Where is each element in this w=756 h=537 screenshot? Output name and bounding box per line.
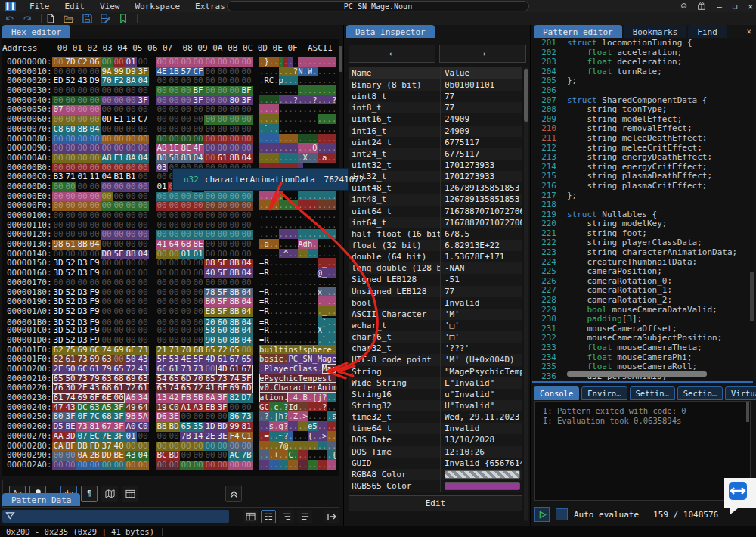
console-tab-virtua[interactable]: Virtua… bbox=[725, 386, 756, 400]
tab-pattern-data[interactable]: Pattern Data bbox=[2, 493, 80, 506]
hex-byte-cell[interactable]: 68 bbox=[180, 240, 192, 250]
hex-byte-cell[interactable]: 3F bbox=[216, 393, 228, 403]
hex-byte-cell[interactable]: 00 bbox=[76, 182, 88, 192]
hex-byte-cell[interactable]: 00 bbox=[137, 278, 149, 288]
panel-close-icon[interactable]: ✕ bbox=[746, 26, 751, 36]
hex-byte-cell[interactable]: 60 bbox=[64, 125, 76, 135]
hex-byte-cell[interactable]: 50 bbox=[64, 365, 76, 374]
inspector-back-button[interactable]: ← bbox=[349, 45, 435, 63]
hex-byte-cell[interactable]: 2B bbox=[88, 451, 101, 461]
hex-byte-cell[interactable]: 00 bbox=[192, 461, 204, 470]
hex-ascii-char[interactable]: _ bbox=[332, 374, 336, 383]
table-row[interactable]: uint16_t24909 bbox=[349, 113, 522, 125]
hex-byte-cell[interactable]: 00 bbox=[76, 86, 88, 96]
hex-byte-cell[interactable]: 00 bbox=[216, 57, 228, 67]
pattern-data-filter-input[interactable] bbox=[2, 510, 229, 523]
table-view-icon[interactable] bbox=[243, 510, 258, 523]
hex-byte-cell[interactable]: 00 bbox=[101, 336, 113, 346]
hex-byte-cell[interactable]: 65 bbox=[113, 365, 125, 374]
table-row[interactable]: RGB565 Color bbox=[349, 480, 522, 492]
hex-byte-cell[interactable]: 04 bbox=[88, 125, 101, 135]
hex-byte-cell[interactable]: 00 bbox=[204, 154, 216, 163]
hex-byte-cell[interactable]: 00 bbox=[168, 268, 180, 278]
evaluate-play-button[interactable] bbox=[534, 507, 550, 522]
hex-ascii-char[interactable]: . bbox=[332, 76, 336, 85]
hex-byte-cell[interactable]: 00 bbox=[125, 297, 137, 307]
hex-byte-cell[interactable]: 00 bbox=[192, 451, 204, 461]
hex-byte-cell[interactable]: 00 bbox=[101, 307, 113, 317]
hex-byte-cell[interactable]: 00 bbox=[168, 115, 180, 125]
table-row[interactable]: String16u"Invalid" bbox=[349, 389, 522, 400]
hex-byte-cell[interactable]: 00 bbox=[52, 182, 64, 192]
hex-byte-cell[interactable]: 00 bbox=[88, 211, 101, 221]
hex-byte-cell[interactable]: 00 bbox=[240, 115, 253, 125]
hex-byte-cell[interactable]: C0 bbox=[137, 422, 149, 432]
menu-extras[interactable]: Extras bbox=[187, 2, 233, 11]
table-row[interactable]: UTF-8 code point'M' (U+0x004D) bbox=[349, 354, 522, 365]
hex-byte-cell[interactable]: 00 bbox=[137, 57, 149, 67]
flattened-view-icon[interactable] bbox=[261, 510, 276, 523]
hex-byte-cell[interactable]: 18 bbox=[125, 115, 137, 125]
hex-byte-cell[interactable]: 1D bbox=[204, 422, 216, 432]
hex-byte-cell[interactable]: 00 bbox=[64, 211, 76, 221]
hex-byte-cell[interactable]: BE bbox=[64, 422, 76, 432]
hex-byte-cell[interactable]: 82 bbox=[228, 393, 240, 403]
hex-ascii-char[interactable]: . bbox=[332, 134, 336, 144]
hex-byte-cell[interactable]: 6C bbox=[156, 365, 168, 374]
hex-byte-cell[interactable]: 00 bbox=[180, 86, 192, 96]
hex-byte-cell[interactable]: 04 bbox=[88, 240, 101, 250]
hex-byte-cell[interactable]: 00 bbox=[113, 125, 125, 135]
hex-ascii-char[interactable]: . bbox=[332, 85, 336, 95]
hex-byte-cell[interactable]: 42 bbox=[168, 393, 180, 403]
hex-byte-cell[interactable]: 01 bbox=[125, 432, 137, 442]
hex-byte-cell[interactable]: E8 bbox=[204, 307, 216, 317]
hex-byte-cell[interactable]: 00 bbox=[216, 115, 228, 125]
hex-ascii-char[interactable]: . bbox=[332, 67, 336, 76]
table-row[interactable]: DOS Time12:10:26 bbox=[349, 446, 522, 458]
hex-ascii-char[interactable]: . bbox=[332, 258, 336, 268]
hex-ascii-char[interactable]: . bbox=[332, 278, 336, 287]
table-row[interactable]: uint48_t126789135851853 bbox=[349, 182, 522, 194]
hex-ascii-char[interactable]: . bbox=[332, 220, 336, 230]
hex-byte-cell[interactable]: 00 bbox=[156, 432, 168, 442]
hex-byte-cell[interactable]: 00 bbox=[64, 144, 76, 154]
hex-byte-cell[interactable]: 00 bbox=[88, 182, 101, 192]
hex-byte-cell[interactable]: 00 bbox=[76, 461, 88, 470]
hex-byte-cell[interactable]: 00 bbox=[192, 268, 204, 278]
tab-find[interactable]: Find bbox=[688, 25, 727, 38]
bookmark-icon[interactable] bbox=[114, 13, 132, 24]
hex-byte-cell[interactable]: 60 bbox=[216, 336, 228, 346]
table-row[interactable]: double (64 bit)1.53678E+171 bbox=[349, 251, 522, 262]
hex-byte-cell[interactable]: 14 bbox=[192, 432, 204, 442]
table-row[interactable]: String"MagePsychicTempest_v0.CharacterAn… bbox=[349, 366, 522, 377]
hex-byte-cell[interactable]: 4D bbox=[216, 365, 228, 374]
hex-byte-cell[interactable]: 00 bbox=[64, 86, 76, 96]
grid-icon[interactable] bbox=[122, 486, 138, 502]
hex-byte-cell[interactable]: C7 bbox=[137, 115, 149, 125]
hex-byte-cell[interactable]: 00 bbox=[113, 393, 125, 403]
hex-byte-cell[interactable]: 7B bbox=[180, 432, 192, 442]
hex-byte-cell[interactable]: 00 bbox=[64, 182, 76, 192]
hex-byte-cell[interactable]: 5B bbox=[192, 393, 204, 403]
hex-byte-cell[interactable]: 69 bbox=[76, 393, 88, 403]
hex-byte-cell[interactable]: 61 bbox=[52, 393, 64, 403]
gift-icon[interactable] bbox=[697, 2, 706, 11]
hex-byte-cell[interactable]: 65 bbox=[180, 422, 192, 432]
hex-byte-cell[interactable]: 3D bbox=[52, 336, 64, 346]
hex-byte-cell[interactable]: 00 bbox=[168, 307, 180, 317]
hex-byte-cell[interactable]: 00 bbox=[168, 297, 180, 307]
hex-ascii-char[interactable]: . bbox=[332, 268, 336, 278]
hex-byte-cell[interactable]: 00 bbox=[88, 86, 101, 96]
hex-byte-cell[interactable]: 7B bbox=[240, 451, 253, 461]
hex-byte-cell[interactable]: C2 bbox=[76, 57, 88, 67]
hex-ascii-char[interactable]: . bbox=[332, 153, 336, 163]
hex-byte-cell[interactable]: DD bbox=[101, 451, 113, 461]
hex-byte-cell[interactable]: 61 bbox=[228, 365, 240, 374]
hex-byte-cell[interactable]: 8B bbox=[228, 307, 240, 317]
hex-byte-cell[interactable]: 00 bbox=[125, 125, 137, 135]
hex-byte-cell[interactable]: AA bbox=[52, 432, 64, 442]
hex-byte-cell[interactable]: 00 bbox=[113, 268, 125, 278]
hex-ascii-char[interactable]: . bbox=[332, 104, 336, 114]
hex-byte-cell[interactable]: 6F bbox=[88, 393, 101, 403]
hex-byte-cell[interactable]: 2E bbox=[204, 432, 216, 442]
